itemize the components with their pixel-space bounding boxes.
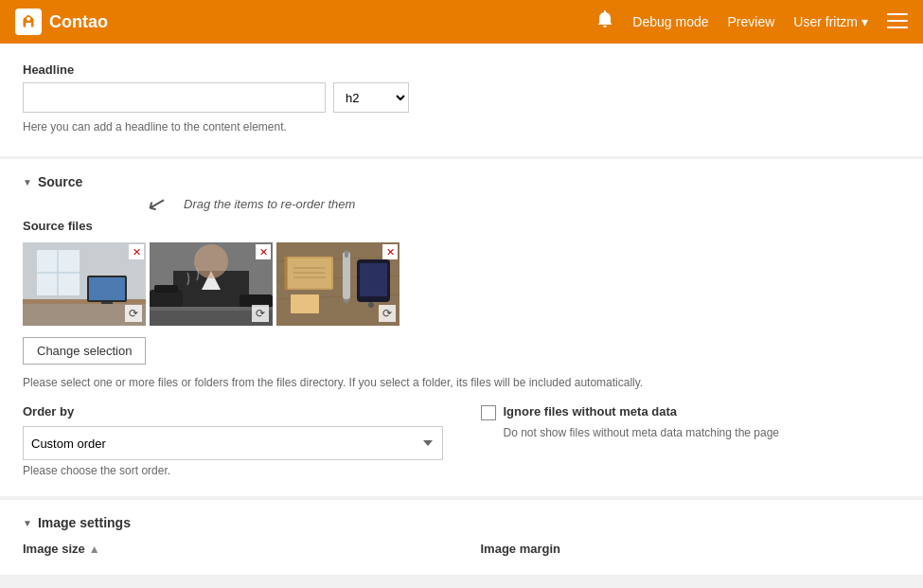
preview-link[interactable]: Preview [728,14,775,29]
svg-rect-45 [343,252,350,299]
source-files-label: Source files [23,219,900,233]
thumbnail-2: ✕ ⟳ [150,242,273,326]
image-margin-group: Image margin [481,542,901,556]
image-size-row: Image size ▲ Image margin [23,542,900,556]
thumbnail-2-close-button[interactable]: ✕ [256,244,271,259]
order-row: Order by Custom order File name Date Ran… [23,404,900,477]
image-margin-label: Image margin [481,542,901,556]
headline-label: Headline [23,62,900,77]
svg-rect-34 [154,285,178,293]
headline-section: Headline h2 h1 h3 h4 h5 h6 Here you can … [0,44,923,159]
user-chevron-icon: ▾ [861,14,868,29]
headline-hint: Here you can add a headline to the conte… [23,120,900,134]
user-label: User fritzm [793,14,858,29]
thumbnail-3-close-button[interactable]: ✕ [382,244,398,259]
ignore-meta-label: Ignore files without meta data [504,404,677,419]
topbar-actions: Debug mode Preview User fritzm ▾ [596,10,908,33]
hamburger-menu-icon[interactable] [887,11,908,33]
svg-rect-46 [345,250,348,258]
svg-rect-21 [37,250,80,295]
change-selection-button[interactable]: Change selection [23,337,146,365]
thumbnail-1-refresh-button[interactable]: ⟳ [125,305,142,322]
svg-rect-0 [26,23,31,28]
source-triangle-icon: ▼ [23,177,32,187]
source-section-title: Source [38,174,82,189]
image-size-group: Image size ▲ [23,542,443,556]
thumbnail-1: ✕ ⟳ [23,242,146,326]
svg-rect-51 [291,294,319,313]
image-settings-header[interactable]: ▼ Image settings [23,515,900,530]
ignore-meta-hint: Do not show files without meta data matc… [504,426,901,439]
order-by-label: Order by [23,404,443,419]
order-by-group: Order by Custom order File name Date Ran… [23,404,443,477]
image-size-info-icon[interactable]: ▲ [89,543,100,556]
svg-point-32 [194,244,228,278]
bell-icon[interactable] [596,10,613,33]
thumbnails-row: ✕ ⟳ [23,242,900,326]
svg-rect-1 [27,17,30,21]
svg-rect-22 [23,299,146,304]
image-size-label: Image size ▲ [23,542,443,556]
logo-icon [15,9,42,35]
svg-rect-4 [887,27,908,28]
ignore-meta-group: Ignore files without meta data Do not sh… [481,404,901,439]
thumbnail-2-refresh-button[interactable]: ⟳ [252,305,269,322]
source-section-header[interactable]: ▼ Source [23,174,900,189]
user-menu[interactable]: User fritzm ▾ [793,14,868,29]
debug-mode-link[interactable]: Debug mode [632,14,708,29]
order-by-hint: Please choose the sort order. [23,464,443,477]
order-by-select[interactable]: Custom order File name Date Random [23,426,443,460]
topbar: Contao Debug mode Preview User fritzm ▾ [0,0,923,44]
drag-arrow-icon: ↙ [145,188,170,219]
svg-rect-49 [360,263,387,296]
image-settings-title: Image settings [38,515,131,530]
image-settings-triangle-icon: ▼ [23,518,32,528]
thumbnail-1-close-button[interactable]: ✕ [129,244,144,259]
svg-rect-24 [89,277,125,300]
drag-hint-area: Drag the items to re-order them ↙ [184,197,900,211]
logo-text: Contao [49,12,108,32]
drag-hint-text: Drag the items to re-order them [184,197,355,211]
headline-input[interactable] [23,82,326,113]
image-settings-section: ▼ Image settings Image size ▲ Image marg… [0,500,923,575]
selection-hint: Please select one or more files or folde… [23,376,900,389]
logo[interactable]: Contao [15,9,108,35]
thumbnail-3: ✕ ⟳ [276,242,399,326]
svg-rect-3 [887,20,908,22]
headline-tag-select[interactable]: h2 h1 h3 h4 h5 h6 [333,82,409,113]
svg-point-50 [368,302,374,308]
thumbnail-3-refresh-button[interactable]: ⟳ [379,305,396,322]
svg-rect-2 [887,13,908,15]
source-section: ▼ Source Drag the items to re-order them… [0,159,923,496]
ignore-meta-checkbox[interactable] [481,405,496,420]
